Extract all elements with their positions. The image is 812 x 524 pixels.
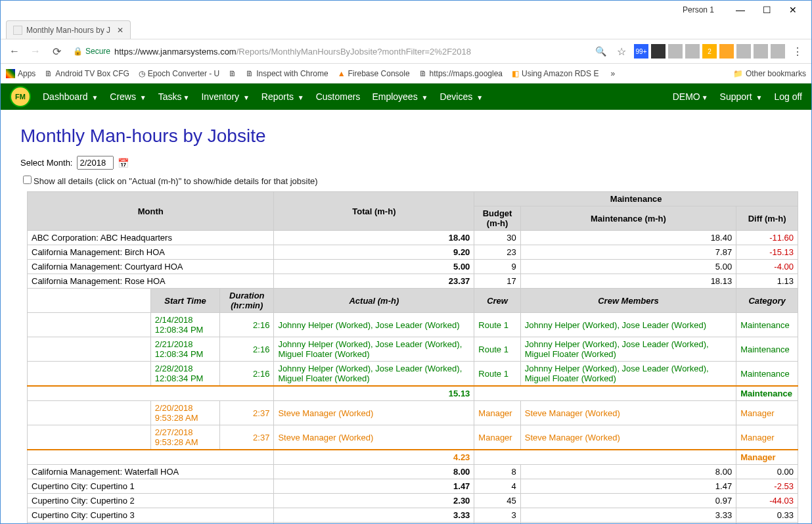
nav-customers[interactable]: Customers	[316, 91, 361, 102]
budget-value: 4	[474, 479, 520, 494]
nav-employees[interactable]: Employees ▼	[372, 91, 428, 102]
jobsite-name: California Management: Waterfall HOA	[28, 465, 274, 479]
month-input[interactable]	[77, 156, 114, 170]
apps-label: Apps	[18, 69, 35, 78]
total-value[interactable]: 8.00	[274, 465, 474, 479]
nav-logoff[interactable]: Log off	[774, 91, 802, 102]
jobsite-name: Cupertino City: Cupertino 2	[28, 494, 274, 508]
summary-row: Cupertino City: Cupertino 22.30450.97-44…	[28, 494, 798, 508]
ext-icon-9[interactable]	[771, 44, 785, 59]
ext-icon-5[interactable]: 2	[702, 44, 717, 59]
crew-name: Manager	[474, 425, 520, 450]
extension-icons: 99+ 2	[634, 44, 785, 59]
lock-icon: 🔒	[73, 47, 83, 56]
caret-icon: ▼	[702, 94, 708, 101]
total-value[interactable]: 9.20	[274, 245, 474, 260]
bookmark-3a[interactable]: 🗎	[229, 69, 237, 78]
total-value[interactable]: 23.37	[274, 274, 474, 289]
other-bookmarks[interactable]: 📁Other bookmarks	[733, 69, 806, 78]
firebase-icon: ▲	[338, 69, 346, 78]
summary-row: California Management: Rose HOA23.371718…	[28, 274, 798, 289]
secure-indicator: 🔒 Secure	[73, 47, 110, 56]
caret-icon: ▼	[91, 94, 98, 101]
crew-name: Route 1	[474, 362, 520, 387]
bookmark-6[interactable]: ◧Using Amazon RDS E	[512, 69, 598, 78]
maximize-button[interactable]: ☐	[754, 1, 780, 19]
total-value[interactable]: 2.30	[274, 494, 474, 508]
summary-row: California Management: Birch HOA9.20237.…	[28, 245, 798, 260]
total-value[interactable]: 1.47	[274, 479, 474, 494]
show-details-checkbox[interactable]	[23, 176, 32, 184]
hdr-diff: Diff (m-h)	[736, 206, 798, 231]
budget-value: 8	[474, 465, 520, 479]
diff-value: -11.60	[736, 231, 798, 245]
menu-icon[interactable]: ⋮	[789, 43, 806, 60]
start-time: 2/28/201812:08:34 PM	[150, 362, 220, 387]
hdr-start: Start Time	[150, 289, 220, 313]
ext-icon-4[interactable]	[685, 44, 700, 59]
budget-value: 9	[474, 260, 520, 274]
caret-icon: ▼	[298, 94, 304, 101]
nav-crews[interactable]: Crews ▼	[110, 91, 146, 102]
maint-value: 18.13	[520, 274, 736, 289]
browser-tab[interactable]: Monthly Man-hours by J ✕	[6, 20, 131, 39]
crew-name: Manager	[474, 401, 520, 425]
nav-devices[interactable]: Devices ▼	[440, 91, 483, 102]
detail-row: 2/14/201812:08:34 PM2:16Johnny Helper (W…	[28, 313, 798, 337]
bookmark-5[interactable]: 🗎https://maps.googlea	[419, 69, 503, 78]
total-value[interactable]: 3.33	[274, 508, 474, 523]
app-nav: FM Dashboard ▼ Crews ▼ Tasks▼ Inventory …	[1, 83, 811, 110]
ext-icon-6[interactable]	[719, 44, 734, 59]
maint-value: 3.33	[520, 508, 736, 523]
calendar-icon[interactable]: 📅	[118, 158, 129, 168]
crew-members: Johnny Helper (Worked), Jose Leader (Wor…	[520, 313, 736, 337]
ext-icon-2[interactable]	[651, 44, 665, 59]
show-details-label: Show all details (click on "Actual (m-h)…	[34, 176, 318, 186]
nav-reports[interactable]: Reports ▼	[261, 91, 304, 102]
content-area: Monthly Man-hours by Jobsite Select Mont…	[1, 110, 811, 524]
app-logo[interactable]: FM	[10, 86, 31, 107]
bookmarks-overflow[interactable]: »	[610, 69, 615, 78]
maint-value: 1.47	[520, 479, 736, 494]
close-window-button[interactable]: ✕	[780, 1, 806, 19]
diff-value: -15.13	[736, 245, 798, 260]
tab-close-icon[interactable]: ✕	[117, 26, 124, 35]
nav-inventory[interactable]: Inventory ▼	[201, 91, 249, 102]
url-box[interactable]: 🔒 Secure https://www.janmarsystems.com/R…	[69, 42, 588, 60]
nav-tasks[interactable]: Tasks▼	[158, 91, 190, 102]
caret-icon: ▼	[140, 94, 147, 101]
nav-dashboard[interactable]: Dashboard ▼	[43, 91, 98, 102]
ext-icon-7[interactable]	[736, 44, 751, 59]
reload-button[interactable]: ⟳	[48, 43, 65, 60]
budget-value: 17	[474, 274, 520, 289]
bookmark-2[interactable]: ◷Epoch Converter - U	[139, 69, 219, 78]
duration: 2:16	[220, 313, 274, 337]
detail-row: 2/27/20189:53:28 AM2:37Steve Manager (Wo…	[28, 425, 798, 450]
detail-row: 2/20/20189:53:28 AM2:37Steve Manager (Wo…	[28, 401, 798, 425]
nav-support[interactable]: Support ▼	[720, 91, 763, 102]
back-button[interactable]: ←	[6, 43, 23, 60]
bookmark-1[interactable]: 🗎Android TV Box CFG	[45, 69, 129, 78]
nav-demo[interactable]: DEMO▼	[673, 91, 708, 102]
subtotal-orange-cat: Manager	[736, 450, 798, 465]
total-value[interactable]: 5.00	[274, 260, 474, 274]
total-value[interactable]: 18.40	[274, 231, 474, 245]
ext-icon-1[interactable]: 99+	[634, 44, 648, 59]
ext-icon-8[interactable]	[754, 44, 768, 59]
address-bar: ← → ⟳ 🔒 Secure https://www.janmarsystems…	[1, 39, 811, 64]
actual-workers: Johnny Helper (Worked), Jose Leader (Wor…	[274, 362, 474, 387]
crew-members: Steve Manager (Worked)	[520, 401, 736, 425]
star-icon[interactable]: ☆	[613, 43, 630, 60]
bookmark-3[interactable]: 🗎Inspect with Chrome	[246, 69, 328, 78]
ext-icon-3[interactable]	[668, 44, 683, 59]
actual-workers: Steve Manager (Worked)	[274, 425, 474, 450]
diff-value: -44.03	[736, 494, 798, 508]
minimize-button[interactable]: —	[727, 1, 754, 19]
jobsite-name: ABC Corporation: ABC Headquarters	[28, 231, 274, 245]
apps-bookmark[interactable]: Apps	[6, 69, 35, 78]
header-row-1: Month Total (m-h) Maintenance	[28, 192, 798, 206]
bookmarks-bar: Apps 🗎Android TV Box CFG ◷Epoch Converte…	[1, 64, 811, 83]
search-in-page-icon[interactable]: 🔍	[592, 43, 609, 60]
bookmark-4[interactable]: ▲Firebase Console	[338, 69, 410, 78]
forward-button[interactable]: →	[27, 43, 44, 60]
